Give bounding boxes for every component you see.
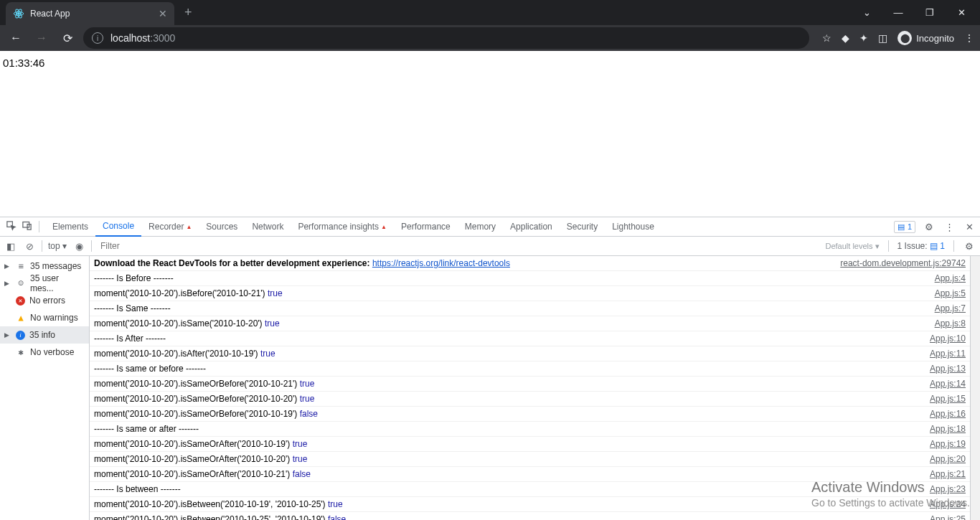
reload-button[interactable]: ⟳ — [57, 32, 77, 45]
console-log-row: ------- Is Before -------App.js:4 — [90, 271, 970, 286]
sidebar-filter-err[interactable]: ✕No errors — [0, 292, 89, 309]
url-input[interactable]: i localhost:3000 — [83, 27, 809, 49]
console-toolbar: ◧ ⊘ top ▾ ◉ Default levels ▾ 1 Issue: ▤ … — [0, 237, 980, 256]
source-link[interactable]: react-dom.development.js:29742 — [831, 258, 966, 268]
devtools-tab-elements[interactable]: Elements — [45, 217, 95, 237]
devtools-tab-console[interactable]: Console — [95, 217, 141, 237]
console-log-row: moment('2010-10-20').isBetween('2010-10-… — [90, 497, 970, 512]
source-link[interactable]: App.js:4 — [926, 273, 966, 283]
source-link[interactable]: App.js:16 — [921, 409, 966, 419]
close-window-icon[interactable]: ✕ — [948, 7, 974, 18]
forward-button[interactable]: → — [32, 32, 52, 44]
console-log-row: moment('2010-10-20').isBetween('2010-10-… — [90, 512, 970, 520]
source-link[interactable]: App.js:25 — [921, 514, 966, 520]
source-link[interactable]: App.js:18 — [921, 424, 966, 434]
devtools-tab-performance[interactable]: Performance — [394, 217, 458, 237]
console-log-row: ------- Is Same -------App.js:7 — [90, 301, 970, 316]
sidebar-filter-user[interactable]: ▶☺35 user mes... — [0, 275, 89, 292]
console-log-row: moment('2010-10-20').isSameOrAfter('2010… — [90, 452, 970, 467]
browser-menu-icon[interactable]: ⋮ — [964, 32, 974, 44]
devtools-panel: ElementsConsoleRecorder ▲SourcesNetworkP… — [0, 217, 980, 520]
site-info-icon[interactable]: i — [92, 32, 103, 44]
console-log-row: moment('2010-10-20').isSameOrBefore('201… — [90, 377, 970, 392]
scrollbar[interactable] — [970, 256, 980, 520]
tab-close-icon[interactable]: ✕ — [159, 8, 167, 19]
devtools-menu-icon[interactable]: ⋮ — [943, 222, 956, 232]
source-link[interactable]: App.js:8 — [926, 318, 966, 328]
sidebar-filter-msg[interactable]: ▶≡35 messages — [0, 257, 89, 275]
timestamp-text: 01:33:46 — [3, 57, 44, 69]
clear-console-icon[interactable]: ⊘ — [23, 241, 36, 252]
console-log-row: Download the React DevTools for a better… — [90, 256, 970, 271]
new-tab-button[interactable]: + — [184, 5, 192, 20]
browser-tab[interactable]: React App ✕ — [6, 2, 174, 25]
devtools-tab-lighthouse[interactable]: Lighthouse — [605, 217, 661, 237]
window-controls: ⌄ — ❐ ✕ — [854, 7, 980, 18]
source-link[interactable]: App.js:24 — [921, 499, 966, 509]
console-log-row: ------- Is same or after -------App.js:1… — [90, 422, 970, 437]
devtools-link[interactable]: https://reactjs.org/link/react-devtools — [372, 258, 510, 268]
source-link[interactable]: App.js:20 — [921, 454, 966, 464]
devtools-tab-network[interactable]: Network — [245, 217, 291, 237]
minimize-icon[interactable]: — — [885, 7, 911, 18]
source-link[interactable]: App.js:21 — [921, 469, 966, 479]
console-log-area[interactable]: Download the React DevTools for a better… — [90, 256, 970, 520]
issues-summary[interactable]: 1 Issue: ▤ 1 — [897, 241, 945, 251]
address-bar: ← → ⟳ i localhost:3000 ☆ ◆ ✦ ◫ ⬤ Incogni… — [0, 25, 980, 51]
bookmark-star-icon[interactable]: ☆ — [822, 32, 831, 44]
devtools-tab-performance-insights[interactable]: Performance insights ▲ — [291, 217, 394, 237]
url-path: :3000 — [150, 32, 175, 44]
context-selector[interactable]: top ▾ — [48, 241, 67, 251]
console-log-row: moment('2010-10-20').isAfter('2010-10-19… — [90, 346, 970, 361]
extensions-puzzle-icon[interactable]: ✦ — [859, 32, 868, 44]
settings-gear-icon[interactable]: ⚙ — [923, 222, 936, 232]
console-log-row: moment('2010-10-20').isSameOrBefore('201… — [90, 407, 970, 422]
console-log-row: moment('2010-10-20').isBefore('2010-10-2… — [90, 286, 970, 301]
source-link[interactable]: App.js:10 — [921, 334, 966, 344]
source-link[interactable]: App.js:23 — [921, 484, 966, 494]
extension-icon[interactable]: ◆ — [842, 32, 849, 44]
chevron-down-icon[interactable]: ⌄ — [854, 7, 880, 18]
filter-input[interactable] — [98, 240, 819, 252]
devtools-tab-recorder[interactable]: Recorder ▲ — [141, 217, 199, 237]
console-log-row: moment('2010-10-20').isSameOrAfter('2010… — [90, 437, 970, 452]
source-link[interactable]: App.js:19 — [921, 439, 966, 449]
side-panel-icon[interactable]: ◫ — [878, 32, 887, 44]
source-link[interactable]: App.js:14 — [921, 379, 966, 389]
source-link[interactable]: App.js:15 — [921, 394, 966, 404]
source-link[interactable]: App.js:13 — [921, 364, 966, 374]
sidebar-filter-warn[interactable]: ▲No warnings — [0, 309, 89, 326]
chat-icon: ▤ — [897, 222, 905, 232]
console-log-row: ------- Is same or before -------App.js:… — [90, 361, 970, 377]
console-settings-icon[interactable]: ⚙ — [963, 241, 976, 252]
source-link[interactable]: App.js:7 — [926, 303, 966, 313]
console-log-row: moment('2010-10-20').isSameOrAfter('2010… — [90, 467, 970, 482]
issues-indicator[interactable]: ▤ 1 — [894, 221, 915, 233]
sidebar-filter-info[interactable]: ▶i35 info — [0, 326, 89, 344]
devtools-tab-security[interactable]: Security — [560, 217, 605, 237]
devtools-tab-memory[interactable]: Memory — [458, 217, 503, 237]
incognito-icon: ⬤ — [897, 31, 912, 45]
devtools-tab-sources[interactable]: Sources — [199, 217, 245, 237]
sidebar-toggle-icon[interactable]: ◧ — [4, 241, 17, 252]
device-toggle-icon[interactable] — [20, 220, 33, 233]
log-levels-selector[interactable]: Default levels ▾ — [825, 242, 879, 251]
back-button[interactable]: ← — [6, 32, 26, 44]
console-log-row: ------- Is between -------App.js:23 — [90, 482, 970, 497]
devtools-close-icon[interactable]: ✕ — [963, 222, 976, 232]
source-link[interactable]: App.js:5 — [926, 288, 966, 298]
inspect-element-icon[interactable] — [4, 220, 17, 233]
live-expression-icon[interactable]: ◉ — [72, 241, 85, 252]
console-log-row: moment('2010-10-20').isSameOrBefore('201… — [90, 392, 970, 407]
maximize-icon[interactable]: ❐ — [917, 7, 943, 18]
incognito-indicator[interactable]: ⬤ Incognito — [897, 31, 954, 45]
react-favicon-icon — [13, 8, 24, 19]
tab-title: React App — [30, 9, 70, 19]
svg-point-0 — [18, 13, 20, 15]
console-log-row: ------- Is After -------App.js:10 — [90, 331, 970, 346]
console-sidebar: ▶≡35 messages▶☺35 user mes...✕No errors▲… — [0, 256, 90, 520]
devtools-tab-application[interactable]: Application — [503, 217, 560, 237]
source-link[interactable]: App.js:11 — [921, 349, 966, 359]
toolbar-icons: ☆ ◆ ✦ ◫ ⬤ Incognito ⋮ — [822, 31, 974, 45]
sidebar-filter-verb[interactable]: ✱No verbose — [0, 344, 89, 361]
